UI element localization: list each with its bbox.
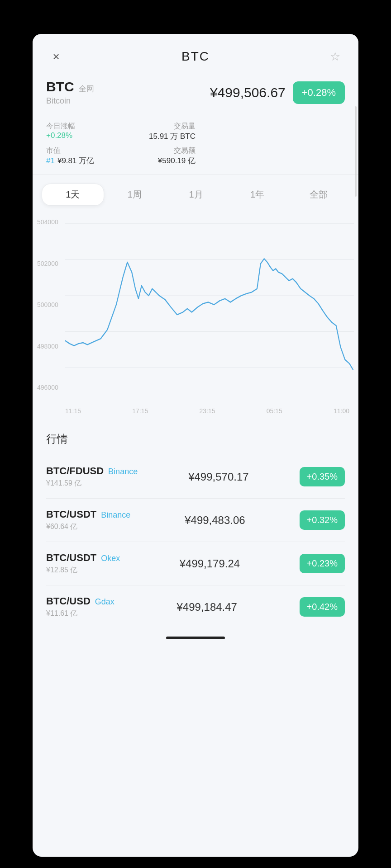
market-volume: ¥12.85 亿 (46, 566, 120, 575)
tab-1year[interactable]: 1年 (227, 184, 288, 205)
exchange-name: Gdax (95, 597, 114, 607)
tab-1day[interactable]: 1天 (42, 184, 104, 206)
market-item-info: BTC/USDT Binance ¥60.64 亿 (46, 509, 130, 532)
stat-turnover: 交易额 ¥590.19 亿 (121, 146, 196, 166)
pair-name: BTC/FDUSD (46, 465, 104, 477)
tab-1week[interactable]: 1周 (104, 184, 166, 205)
chart-y-labels: 504000 502000 500000 498000 496000 (37, 215, 65, 405)
market-item-info: BTC/USDT Okex ¥12.85 亿 (46, 552, 120, 575)
price-chart: 504000 502000 500000 498000 496000 (37, 215, 354, 405)
market-price: ¥499,179.24 (180, 557, 240, 570)
coin-network: 全网 (79, 85, 94, 93)
market-price: ¥499,483.06 (185, 514, 245, 527)
coin-info: BTC 全网 Bitcoin (46, 79, 94, 106)
market-item-info: BTC/USD Gdax ¥11.61 亿 (46, 595, 114, 618)
price-change-badge: +0.28% (293, 81, 345, 104)
market-item[interactable]: BTC/USD Gdax ¥11.61 亿 ¥499,184.47 +0.42% (46, 585, 345, 628)
price-right: ¥499,506.67 +0.28% (210, 81, 345, 104)
pair-name: BTC/USDT (46, 552, 96, 564)
chart-x-labels: 11:15 17:15 23:15 05:15 11:00 (37, 405, 354, 419)
coin-price: ¥499,506.67 (210, 85, 286, 100)
chart-svg (37, 215, 354, 405)
price-section: BTC 全网 Bitcoin ¥499,506.67 +0.28% (33, 75, 358, 115)
market-title: 行情 (46, 432, 345, 446)
stats-section: 今日涨幅 +0.28% 交易量 15.91 万 BTC 市值 #1¥9.81 万… (33, 115, 358, 175)
favorite-button[interactable]: ☆ (325, 47, 345, 66)
stat-volume: 交易量 15.91 万 BTC (121, 122, 196, 142)
star-icon: ☆ (330, 50, 340, 64)
close-button[interactable]: × (46, 47, 66, 66)
market-price: ¥499,570.17 (188, 471, 248, 483)
main-card: × BTC ☆ BTC 全网 Bitcoin ¥499,506.67 +0.28… (33, 34, 358, 857)
market-change-badge: +0.32% (300, 510, 345, 530)
market-volume: ¥60.64 亿 (46, 522, 130, 532)
scroll-indicator (355, 106, 357, 197)
header: × BTC ☆ (33, 34, 358, 75)
market-item[interactable]: BTC/USDT Binance ¥60.64 亿 ¥499,483.06 +0… (46, 499, 345, 542)
home-indicator (166, 637, 225, 639)
coin-fullname: Bitcoin (46, 96, 94, 106)
time-tabs: 1天 1周 1月 1年 全部 (33, 175, 358, 210)
stat-market-cap: 市值 #1¥9.81 万亿 (46, 146, 121, 166)
market-change-badge: +0.42% (300, 597, 345, 617)
stat-daily-change: 今日涨幅 +0.28% (46, 122, 121, 142)
market-item[interactable]: BTC/USDT Okex ¥12.85 亿 ¥499,179.24 +0.23… (46, 542, 345, 585)
market-section: 行情 BTC/FDUSD Binance ¥141.59 亿 ¥499,570.… (33, 419, 358, 628)
market-change-badge: +0.35% (300, 467, 345, 486)
market-item-info: BTC/FDUSD Binance ¥141.59 亿 (46, 465, 138, 488)
market-volume: ¥141.59 亿 (46, 479, 138, 488)
market-price: ¥499,184.47 (176, 601, 237, 613)
market-item[interactable]: BTC/FDUSD Binance ¥141.59 亿 ¥499,570.17 … (46, 455, 345, 499)
pair-name: BTC/USD (46, 595, 91, 607)
market-list: BTC/FDUSD Binance ¥141.59 亿 ¥499,570.17 … (46, 455, 345, 628)
bottom-bar (33, 628, 358, 644)
exchange-name: Binance (101, 510, 130, 520)
stats-grid: 今日涨幅 +0.28% 交易量 15.91 万 BTC 市值 #1¥9.81 万… (46, 122, 345, 166)
pair-name: BTC/USDT (46, 509, 96, 520)
coin-symbol: BTC (46, 79, 74, 94)
exchange-name: Binance (108, 467, 138, 476)
tab-all[interactable]: 全部 (288, 184, 349, 205)
page-title: BTC (181, 49, 210, 64)
market-volume: ¥11.61 亿 (46, 609, 114, 618)
chart-section: 504000 502000 500000 498000 496000 (33, 210, 358, 419)
exchange-name: Okex (101, 554, 120, 563)
tab-1month[interactable]: 1月 (165, 184, 227, 205)
market-change-badge: +0.23% (300, 554, 345, 573)
